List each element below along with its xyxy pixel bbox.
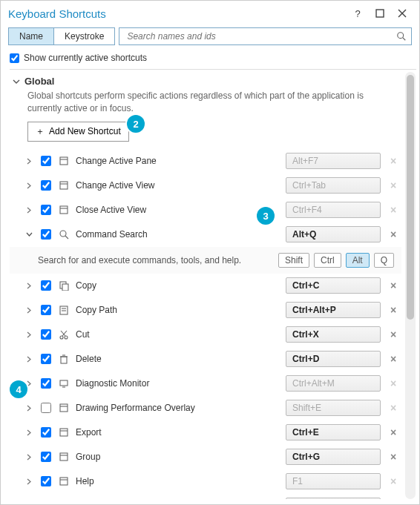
shortcut-key[interactable]: Ctrl+Alt+P xyxy=(286,302,381,318)
tab-keystroke[interactable]: Keystroke xyxy=(53,27,115,45)
delete-button[interactable]: × xyxy=(385,353,401,365)
svg-rect-25 xyxy=(60,380,68,386)
shortcut-row: Minimize the RibbonCtrl+F1× xyxy=(10,494,401,499)
close-button[interactable] xyxy=(391,5,413,22)
svg-rect-29 xyxy=(60,429,68,436)
add-shortcut-label: Add New Shortcut xyxy=(49,126,121,136)
shortcut-label: Close Active View xyxy=(74,205,281,215)
enable-checkbox[interactable] xyxy=(41,403,51,413)
shortcut-key[interactable]: Shift+E xyxy=(286,400,381,416)
delete-button[interactable]: × xyxy=(385,280,401,291)
expand-icon[interactable] xyxy=(26,478,33,485)
shortcut-row: Close Active ViewCtrl+F4× xyxy=(10,198,401,222)
detail-text: Search for and execute commands, tools, … xyxy=(38,255,274,265)
shortcut-key[interactable]: Ctrl+C xyxy=(286,277,381,294)
enable-checkbox[interactable] xyxy=(41,452,51,462)
enable-checkbox[interactable] xyxy=(41,280,51,291)
shortcut-list: Global Global shortcuts perform specific… xyxy=(10,69,416,499)
group-description: Global shortcuts perform specific action… xyxy=(10,88,401,122)
enable-checkbox[interactable] xyxy=(41,476,51,486)
shortcut-key[interactable]: Ctrl+E xyxy=(286,424,381,440)
enable-checkbox[interactable] xyxy=(41,305,51,315)
shortcut-key[interactable]: Ctrl+F4 xyxy=(286,202,381,218)
expand-icon[interactable] xyxy=(26,380,33,387)
delete-button: × xyxy=(385,204,401,216)
shortcut-row: CutCtrl+X× xyxy=(10,323,401,347)
shortcut-row: Change Active ViewCtrl+Tab× xyxy=(10,174,401,198)
svg-rect-22 xyxy=(61,357,67,363)
mod-shift[interactable]: Shift xyxy=(278,253,309,268)
shortcut-label: Drawing Performance Overlay xyxy=(74,403,281,413)
collapse-icon xyxy=(13,78,20,85)
search-icon xyxy=(58,228,70,240)
shortcut-key[interactable]: Ctrl+F1 xyxy=(286,498,381,499)
mod-ctrl[interactable]: Ctrl xyxy=(314,253,341,268)
title-bar: Keyboard Shortcuts ? xyxy=(1,1,419,24)
svg-point-11 xyxy=(60,231,66,237)
shortcut-key[interactable]: Ctrl+D xyxy=(286,351,381,367)
expand-icon[interactable] xyxy=(26,307,33,314)
shortcut-key[interactable]: Alt+F7 xyxy=(286,153,381,169)
scrollbar-thumb[interactable] xyxy=(407,75,414,320)
delete-button: × xyxy=(385,179,401,191)
mod-alt[interactable]: Alt xyxy=(346,253,370,268)
shortcut-row: DeleteCtrl+D× xyxy=(10,347,401,372)
shortcut-label: Help xyxy=(74,476,281,486)
expand-icon[interactable] xyxy=(26,207,33,214)
delete-button[interactable]: × xyxy=(385,304,401,316)
callout-3: 3 xyxy=(257,207,275,225)
svg-rect-9 xyxy=(60,206,68,214)
shortcut-row: HelpF1× xyxy=(10,469,401,494)
maximize-button[interactable] xyxy=(369,5,391,22)
tab-name[interactable]: Name xyxy=(8,27,54,45)
svg-rect-7 xyxy=(60,182,68,189)
shortcut-label: Cut xyxy=(74,329,281,340)
search-icon xyxy=(396,31,407,42)
expand-icon[interactable] xyxy=(26,283,33,289)
scrollbar[interactable] xyxy=(405,72,416,499)
enable-checkbox[interactable] xyxy=(41,156,51,166)
mod-key[interactable]: Q xyxy=(374,253,394,268)
group-title: Global xyxy=(24,76,54,87)
enable-checkbox[interactable] xyxy=(41,229,51,240)
shortcut-key[interactable]: Ctrl+G xyxy=(286,449,381,465)
shortcut-row: GroupCtrl+G× xyxy=(10,445,401,469)
enable-checkbox[interactable] xyxy=(41,427,51,438)
expand-icon[interactable] xyxy=(26,331,33,338)
svg-point-3 xyxy=(398,33,404,39)
enable-checkbox[interactable] xyxy=(41,329,51,340)
search-input[interactable] xyxy=(125,30,396,42)
show-active-checkbox[interactable] xyxy=(10,53,19,63)
shortcut-label: Export xyxy=(74,427,281,438)
enable-checkbox[interactable] xyxy=(41,378,51,389)
svg-line-12 xyxy=(65,236,68,239)
expand-icon[interactable] xyxy=(26,429,33,436)
delete-button[interactable]: × xyxy=(385,451,401,463)
delete-button[interactable]: × xyxy=(385,426,401,438)
window-icon xyxy=(58,179,70,191)
shortcut-detail: Search for and execute commands, tools, … xyxy=(10,247,401,274)
expand-icon[interactable] xyxy=(26,454,33,461)
expand-icon[interactable] xyxy=(26,158,33,165)
delete-button[interactable]: × xyxy=(385,329,401,340)
delete-button[interactable]: × xyxy=(385,228,401,240)
search-field[interactable] xyxy=(119,27,412,45)
expand-icon[interactable] xyxy=(26,182,33,189)
shortcut-key[interactable]: Ctrl+Tab xyxy=(286,177,381,194)
svg-rect-14 xyxy=(62,284,68,291)
group-header[interactable]: Global xyxy=(10,70,401,88)
add-shortcut-button[interactable]: ＋ Add New Shortcut xyxy=(27,122,129,142)
expand-icon[interactable] xyxy=(26,405,33,412)
shortcut-key[interactable]: Ctrl+X xyxy=(286,326,381,343)
show-active-row: Show currently active shortcuts xyxy=(1,50,419,69)
help-button[interactable]: ? xyxy=(347,5,369,22)
svg-rect-33 xyxy=(60,478,68,485)
enable-checkbox[interactable] xyxy=(41,205,51,215)
shortcut-key[interactable]: Ctrl+Alt+M xyxy=(286,375,381,392)
expand-icon[interactable] xyxy=(26,231,33,238)
enable-checkbox[interactable] xyxy=(41,180,51,191)
expand-icon[interactable] xyxy=(26,356,33,363)
enable-checkbox[interactable] xyxy=(41,354,51,364)
shortcut-key[interactable]: Alt+Q xyxy=(286,226,381,242)
shortcut-key[interactable]: F1 xyxy=(286,473,381,489)
